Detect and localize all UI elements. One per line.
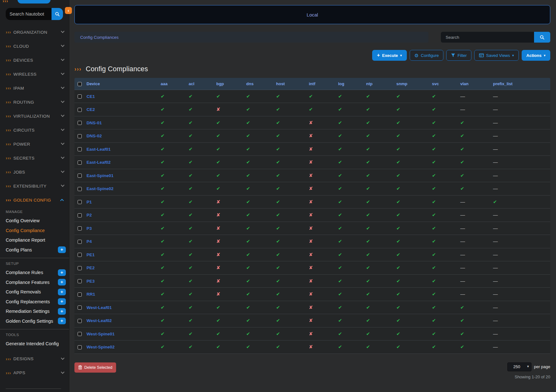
row-checkbox[interactable] — [78, 253, 82, 257]
device-link[interactable]: East-Leaf02 — [87, 160, 111, 165]
sidebar-item-devices[interactable]: ›››DEVICES — [0, 53, 69, 67]
column-header-device[interactable]: Device — [87, 78, 161, 90]
row-checkbox[interactable] — [78, 94, 82, 99]
column-header-snmp[interactable]: snmp — [396, 78, 432, 90]
select-all-checkbox[interactable] — [78, 82, 82, 86]
sidebar-item-wireless[interactable]: ›››WIRELESS — [0, 67, 69, 81]
sidebar-item-power[interactable]: ›››POWER — [0, 137, 69, 151]
device-link[interactable]: P3 — [87, 226, 92, 231]
column-header-prefix-list[interactable]: prefix_list — [493, 78, 550, 90]
delete-selected-button[interactable]: Delete Selected — [74, 362, 116, 373]
column-header-vlan[interactable]: vlan — [460, 78, 493, 90]
per-page-select[interactable]: 250 — [507, 362, 532, 371]
device-link[interactable]: East-Leaf01 — [87, 147, 111, 152]
row-checkbox[interactable] — [78, 213, 82, 217]
row-checkbox[interactable] — [78, 292, 82, 297]
device-link[interactable]: West-Leaf01 — [87, 305, 112, 310]
device-link[interactable]: East-Spine01 — [87, 173, 114, 178]
column-header-log[interactable]: log — [338, 78, 366, 90]
add-button[interactable]: + — [58, 269, 66, 276]
sidebar-item-config-compliance[interactable]: Config Compliance — [0, 226, 69, 236]
sidebar-item-organization[interactable]: ›››ORGANIZATION — [0, 25, 69, 39]
device-link[interactable]: P2 — [87, 213, 92, 217]
device-link[interactable]: West-Leaf02 — [87, 318, 112, 323]
sidebar-item-cloud[interactable]: ›››CLOUD — [0, 39, 69, 53]
table-search-input[interactable] — [441, 32, 534, 43]
add-button[interactable]: + — [58, 298, 66, 305]
row-checkbox[interactable] — [78, 240, 82, 244]
sidebar-item-compliance-features[interactable]: Compliance Features+ — [0, 278, 69, 287]
add-button[interactable]: + — [58, 279, 66, 285]
row-checkbox[interactable] — [78, 226, 82, 230]
actions-button[interactable]: Actions ▾ — [522, 50, 550, 61]
device-link[interactable]: PE2 — [87, 265, 95, 270]
sidebar-item-ipam[interactable]: ›››IPAM — [0, 81, 69, 95]
column-header-dns[interactable]: dns — [246, 78, 276, 90]
sidebar-item-golden-config-settings[interactable]: Golden Config Settings+ — [0, 316, 69, 326]
sidebar-search-input[interactable] — [6, 8, 52, 20]
sidebar-item-generate-intended-config[interactable]: Generate Intended Config — [0, 339, 69, 349]
row-checkbox[interactable] — [78, 332, 82, 336]
row-checkbox[interactable] — [78, 134, 82, 138]
add-button[interactable]: + — [58, 289, 66, 295]
table-search-button[interactable] — [534, 32, 550, 43]
row-checkbox[interactable] — [78, 187, 82, 191]
device-link[interactable]: PE3 — [87, 279, 95, 284]
configure-button[interactable]: ⚙ Configure — [410, 50, 444, 61]
breadcrumb-item[interactable]: Config Compliances — [80, 35, 119, 40]
add-button[interactable]: + — [58, 318, 66, 324]
sidebar-item-config-replacements[interactable]: Config Replacements+ — [0, 297, 69, 307]
sidebar-item-designs[interactable]: ›››DESIGNS — [0, 352, 69, 366]
sidebar-item-golden-config[interactable]: ›››GOLDEN CONFIG — [0, 193, 69, 207]
sidebar-item-circuits[interactable]: ›››CIRCUITS — [0, 123, 69, 137]
column-header-bgp[interactable]: bgp — [216, 78, 246, 90]
sidebar-item-virtualization[interactable]: ›››VIRTUALIZATION — [0, 109, 69, 123]
column-header-intf[interactable]: intf — [309, 78, 338, 90]
row-checkbox[interactable] — [78, 121, 82, 125]
device-link[interactable]: CE2 — [87, 107, 95, 112]
execute-button[interactable]: + Execute ▾ — [372, 50, 407, 61]
sidebar-item-jobs[interactable]: ›››JOBS — [0, 165, 69, 179]
row-checkbox[interactable] — [78, 174, 82, 178]
saved-views-button[interactable]: Saved Views ▾ — [474, 50, 518, 61]
sidebar-item-config-removals[interactable]: Config Removals+ — [0, 287, 69, 297]
sidebar-item-remediation-settings[interactable]: Remediation Settings+ — [0, 306, 69, 316]
device-link[interactable]: West-Spine01 — [87, 332, 115, 336]
sidebar-item-compliance-rules[interactable]: Compliance Rules+ — [0, 268, 69, 278]
sidebar-item-routing[interactable]: ›››ROUTING — [0, 95, 69, 109]
sidebar-item-config-overview[interactable]: Config Overview — [0, 216, 69, 226]
device-link[interactable]: East-Spine02 — [87, 186, 114, 191]
row-checkbox[interactable] — [78, 108, 82, 112]
sidebar-collapse-button[interactable]: ‹ — [65, 7, 72, 14]
column-header-ntp[interactable]: ntp — [366, 78, 396, 90]
device-link[interactable]: P4 — [87, 239, 92, 244]
row-checkbox[interactable] — [78, 147, 82, 151]
row-checkbox[interactable] — [78, 306, 82, 310]
device-link[interactable]: CE1 — [87, 94, 95, 99]
sidebar-item-secrets[interactable]: ›››SECRETS — [0, 151, 69, 165]
add-button[interactable]: + — [58, 246, 66, 253]
sidebar-item-extensibility[interactable]: ›››EXTENSIBILITY — [0, 179, 69, 193]
sidebar-item-apps[interactable]: ›››APPS — [0, 366, 69, 380]
row-checkbox[interactable] — [78, 200, 82, 204]
column-header-host[interactable]: host — [276, 78, 309, 90]
filter-button[interactable]: Filter — [446, 50, 471, 61]
sidebar-item-compliance-report[interactable]: Compliance Report — [0, 235, 69, 245]
column-header-aaa[interactable]: aaa — [161, 78, 189, 90]
row-checkbox[interactable] — [78, 319, 82, 323]
device-link[interactable]: P1 — [87, 200, 92, 204]
row-checkbox[interactable] — [78, 345, 82, 349]
device-link[interactable]: PE1 — [87, 252, 95, 257]
sidebar-search-button[interactable] — [52, 8, 63, 20]
row-checkbox[interactable] — [78, 279, 82, 283]
row-checkbox[interactable] — [78, 266, 82, 270]
sidebar-item-config-plans[interactable]: Config Plans+ — [0, 245, 69, 255]
device-link[interactable]: West-Spine02 — [87, 345, 115, 349]
column-header-acl[interactable]: acl — [189, 78, 216, 90]
column-header-svc[interactable]: svc — [432, 78, 460, 90]
device-link[interactable]: DNS-02 — [87, 134, 102, 138]
row-checkbox[interactable] — [78, 161, 82, 165]
device-link[interactable]: RR1 — [87, 292, 95, 297]
add-button[interactable]: + — [58, 308, 66, 315]
device-link[interactable]: DNS-01 — [87, 120, 102, 125]
